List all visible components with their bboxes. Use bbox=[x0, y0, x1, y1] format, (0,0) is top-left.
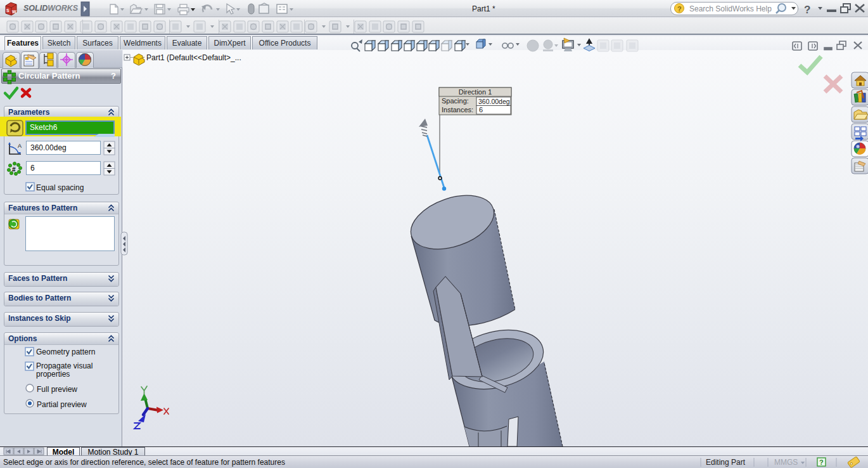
svg-text:A: A bbox=[18, 143, 22, 149]
svg-text:?: ? bbox=[819, 458, 824, 466]
svg-text:Spacing:: Spacing: bbox=[442, 97, 469, 105]
svg-text:6: 6 bbox=[479, 106, 483, 114]
svg-text:360.00deg: 360.00deg bbox=[478, 98, 510, 105]
svg-text:Instances:: Instances: bbox=[442, 106, 473, 114]
svg-text:?: ? bbox=[804, 4, 810, 16]
svg-text:#: # bbox=[12, 166, 16, 173]
svg-text:?: ? bbox=[677, 5, 682, 13]
svg-text:W: W bbox=[12, 10, 16, 14]
svg-text:Direction 1: Direction 1 bbox=[459, 88, 492, 96]
svg-text:S: S bbox=[6, 8, 10, 13]
